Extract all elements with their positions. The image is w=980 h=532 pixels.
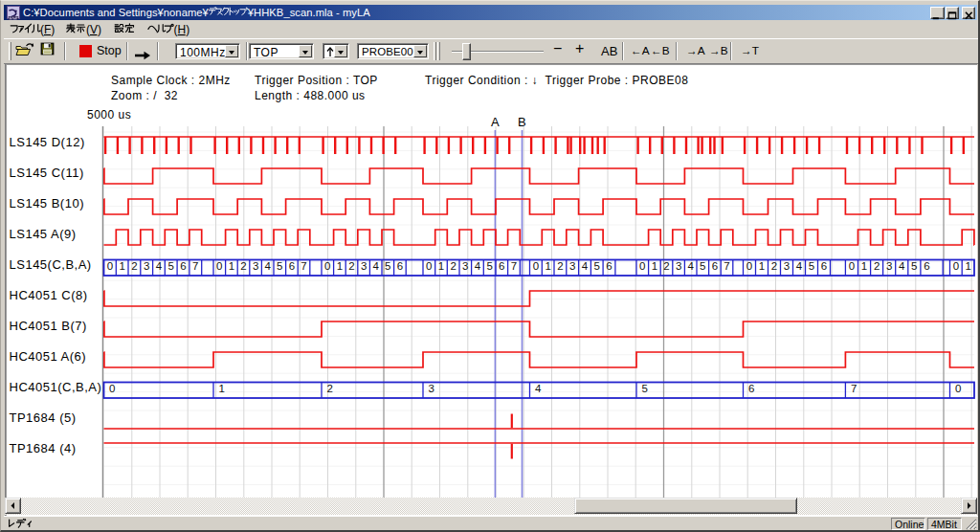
svg-text:5: 5: [167, 260, 173, 272]
svg-text:7: 7: [511, 260, 517, 272]
svg-text:2: 2: [557, 260, 563, 272]
svg-text:5: 5: [911, 260, 917, 272]
svg-text:0: 0: [746, 260, 752, 272]
svg-text:2: 2: [327, 383, 333, 394]
svg-text:2: 2: [874, 260, 880, 272]
svg-text:0: 0: [639, 260, 645, 272]
svg-text:2: 2: [131, 260, 137, 272]
svg-text:7: 7: [724, 260, 729, 272]
svg-text:1: 1: [229, 260, 234, 272]
svg-text:7: 7: [192, 260, 198, 272]
svg-text:2: 2: [450, 260, 456, 272]
svg-text:1: 1: [652, 260, 657, 272]
svg-text:4: 4: [372, 260, 379, 272]
svg-text:0: 0: [849, 260, 855, 272]
svg-text:6: 6: [289, 260, 295, 272]
svg-text:3: 3: [676, 260, 681, 272]
svg-text:0: 0: [426, 260, 432, 272]
svg-text:4: 4: [687, 260, 694, 272]
svg-text:5: 5: [385, 260, 390, 272]
svg-text:3: 3: [429, 383, 434, 394]
svg-text:1: 1: [861, 260, 867, 272]
svg-text:0: 0: [955, 383, 961, 394]
svg-text:1: 1: [337, 260, 343, 272]
svg-text:0: 0: [533, 260, 539, 272]
svg-text:6: 6: [821, 260, 827, 272]
svg-text:0: 0: [324, 260, 330, 272]
svg-text:0: 0: [953, 260, 959, 272]
svg-text:2: 2: [663, 260, 669, 272]
svg-text:6: 6: [397, 260, 403, 272]
svg-text:6: 6: [712, 260, 718, 272]
svg-text:3: 3: [784, 260, 790, 272]
svg-text:2: 2: [240, 260, 246, 272]
svg-text:5: 5: [277, 260, 282, 272]
svg-text:3: 3: [253, 260, 258, 272]
svg-text:7: 7: [851, 383, 857, 394]
svg-text:3: 3: [361, 260, 367, 272]
svg-text:1: 1: [759, 260, 765, 272]
svg-text:1: 1: [965, 260, 970, 272]
svg-text:5: 5: [809, 260, 814, 272]
svg-text:4: 4: [899, 260, 905, 272]
svg-text:6: 6: [924, 260, 929, 272]
svg-text:4: 4: [264, 260, 271, 272]
svg-text:5: 5: [486, 260, 492, 272]
svg-text:6: 6: [499, 260, 504, 272]
svg-text:5: 5: [593, 260, 599, 272]
svg-text:2: 2: [348, 260, 354, 272]
svg-text:6: 6: [748, 383, 754, 394]
svg-text:4: 4: [582, 260, 589, 272]
svg-text:6: 6: [180, 260, 186, 272]
svg-text:5: 5: [642, 383, 648, 394]
svg-text:0: 0: [109, 383, 115, 394]
svg-text:3: 3: [144, 260, 149, 272]
svg-text:7: 7: [301, 260, 306, 272]
svg-text:0: 0: [216, 260, 222, 272]
svg-text:3: 3: [569, 260, 575, 272]
svg-text:3: 3: [462, 260, 468, 272]
svg-text:1: 1: [119, 260, 124, 272]
svg-text:5: 5: [700, 260, 705, 272]
svg-text:0: 0: [107, 260, 113, 272]
svg-text:4: 4: [156, 260, 163, 272]
svg-text:4: 4: [475, 260, 481, 272]
svg-text:1: 1: [219, 383, 225, 394]
svg-text:3: 3: [886, 260, 892, 272]
svg-text:4: 4: [535, 383, 542, 394]
svg-text:6: 6: [606, 260, 612, 272]
svg-text:1: 1: [545, 260, 550, 272]
svg-text:2: 2: [771, 260, 777, 272]
svg-text:1: 1: [438, 260, 444, 272]
svg-text:4: 4: [796, 260, 803, 272]
